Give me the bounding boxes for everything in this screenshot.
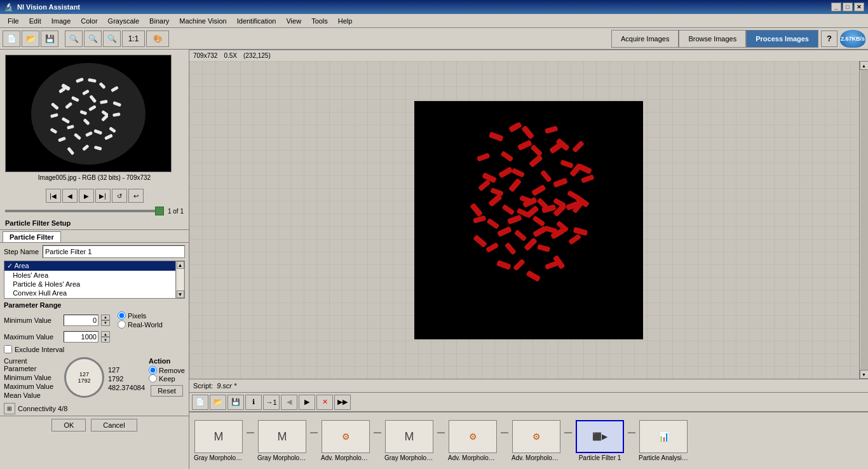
step-box-5[interactable]: ⚙ — [449, 420, 497, 453]
filter-listbox[interactable]: ✓ Area Holes' Area Particle & Holes' Are… — [4, 261, 185, 299]
window-controls: _ □ ✕ — [831, 3, 864, 11]
nav-last-button[interactable]: ▶| — [95, 189, 111, 203]
app-title: NI Vision Assistant — [17, 3, 831, 11]
action-remove-radio[interactable]: Remove — [149, 366, 185, 374]
zoom-1-button[interactable]: 1:1 — [122, 31, 145, 47]
max-value-spinner[interactable]: ▲ ▼ — [101, 331, 110, 343]
canvas-scrollbar-right[interactable]: ▲ ▼ — [859, 61, 868, 379]
list-item-convex-hull[interactable]: Convex Hull Area — [4, 289, 175, 297]
menu-item-machine vision[interactable]: Machine Vision — [174, 16, 231, 26]
menu-item-binary[interactable]: Binary — [144, 16, 174, 26]
script-step-button[interactable]: →1 — [263, 395, 280, 410]
scroll-down-arrow[interactable]: ▼ — [860, 370, 869, 379]
close-button[interactable]: ✕ — [854, 3, 864, 11]
step-gray-morph-1[interactable]: M Gray Morphology 1 — [193, 420, 244, 461]
step-box-6[interactable]: ⚙ — [512, 420, 560, 453]
menu-item-color[interactable]: Color — [76, 16, 102, 26]
step-box-1[interactable]: M — [194, 420, 243, 453]
script-save-button[interactable]: 💾 — [227, 395, 244, 410]
save-button[interactable]: 💾 — [41, 31, 58, 47]
zoom-fit-button[interactable]: 🔍 — [65, 31, 83, 47]
menu-item-edit[interactable]: Edit — [24, 16, 46, 26]
process-images-tab[interactable]: Process Images — [746, 30, 818, 48]
menubar: FileEditImageColorGrayscaleBinaryMachine… — [0, 14, 868, 28]
scroll-down-button[interactable]: ▼ — [177, 290, 184, 298]
step-adv-morph-13[interactable]: ⚙ Adv. Morphology 13 — [511, 420, 562, 461]
min-value-input[interactable] — [64, 315, 98, 326]
script-back-button[interactable]: ◀ — [281, 395, 297, 410]
nav-slider-row: 1 of 1 — [0, 205, 189, 217]
particle-filter-tab[interactable]: Particle Filter — [3, 231, 61, 242]
max-value-input[interactable] — [64, 331, 98, 343]
scroll-up-arrow[interactable]: ▲ — [860, 61, 869, 70]
menu-item-help[interactable]: Help — [333, 16, 358, 26]
ok-button[interactable]: OK — [51, 419, 86, 432]
preview-filename: Image005.jpg - RGB (32 bits) - 709x732 — [5, 174, 184, 181]
new-button[interactable]: 📄 — [3, 31, 20, 47]
list-item-particle-holes[interactable]: Particle & Holes' Area — [4, 280, 175, 289]
step-adv-morph-12[interactable]: ⚙ Adv. Morphology 12 — [320, 420, 371, 461]
step-name-input[interactable] — [43, 245, 185, 258]
script-stop-button[interactable]: ✕ — [316, 395, 333, 410]
min-value-spinner[interactable]: ▲ ▼ — [101, 315, 110, 326]
step-box-7[interactable]: ⬛▶ — [576, 420, 624, 453]
step-gray-morph-3[interactable]: M Gray Morphology 3 — [384, 420, 435, 461]
min-spin-up[interactable]: ▲ — [101, 315, 110, 320]
help-button[interactable]: ? — [821, 31, 837, 47]
nav-refresh-button[interactable]: ↺ — [112, 189, 127, 203]
max-spin-down[interactable]: ▼ — [101, 337, 110, 343]
script-label: Script: — [193, 382, 213, 390]
step-adv-morph-14[interactable]: ⚙ Adv. Morphology 14 — [447, 420, 498, 461]
minimize-button[interactable]: _ — [831, 3, 841, 11]
step-name-label: Step Name — [4, 248, 39, 255]
nav-reset-button[interactable]: ↩ — [128, 189, 144, 203]
step-box-8[interactable]: 📊 — [639, 420, 688, 453]
max-spin-up[interactable]: ▲ — [101, 331, 110, 337]
step-box-4[interactable]: M — [385, 420, 433, 453]
acquire-images-tab[interactable]: Acquire Images — [611, 30, 679, 48]
real-world-radio[interactable]: Real-World — [118, 320, 163, 329]
script-info-button[interactable]: ℹ — [245, 395, 262, 410]
nav-next-button[interactable]: ▶ — [79, 189, 94, 203]
script-forward-button[interactable]: ▶ — [299, 395, 315, 410]
reset-button[interactable]: Reset — [151, 385, 183, 397]
browse-images-tab[interactable]: Browse Images — [679, 30, 746, 48]
menu-item-identification[interactable]: Identification — [232, 16, 281, 26]
list-item-area[interactable]: ✓ Area — [4, 261, 175, 271]
color-palette-button[interactable]: 🎨 — [146, 31, 169, 47]
step-particle-filter-1[interactable]: ⬛▶ Particle Filter 1 — [574, 420, 625, 461]
page-info: 1 of 1 — [168, 208, 184, 215]
scroll-up-button[interactable]: ▲ — [177, 261, 184, 269]
zoom-in-button[interactable]: 🔍 — [84, 31, 102, 47]
open-button[interactable]: 📂 — [22, 31, 39, 47]
nav-first-button[interactable]: |◀ — [46, 189, 61, 203]
min-spin-down[interactable]: ▼ — [101, 320, 110, 326]
setup-title: Particle Filter Setup — [0, 217, 189, 230]
menu-item-tools[interactable]: Tools — [306, 16, 333, 26]
script-new-button[interactable]: 📄 — [192, 395, 208, 410]
right-area: 709x732 0.5X (232,125) — [189, 50, 868, 469]
menu-item-grayscale[interactable]: Grayscale — [103, 16, 145, 26]
step-connector-3 — [374, 432, 381, 433]
connectivity-icon[interactable]: ⊞ — [4, 403, 15, 414]
list-item-holes-area[interactable]: Holes' Area — [4, 271, 175, 280]
menu-item-view[interactable]: View — [281, 16, 306, 26]
script-run-button[interactable]: ▶▶ — [334, 395, 351, 410]
nav-slider[interactable] — [5, 207, 164, 215]
cancel-button[interactable]: Cancel — [91, 419, 137, 432]
maximize-button[interactable]: □ — [843, 3, 853, 11]
zoom-out-button[interactable]: 🔍 — [103, 31, 121, 47]
script-open-button[interactable]: 📂 — [210, 395, 226, 410]
listbox-scrollbar[interactable]: ▲ ▼ — [175, 261, 184, 298]
step-gray-morph-2[interactable]: M Gray Morphology 2 — [257, 420, 308, 461]
step-box-3[interactable]: ⚙ — [322, 420, 370, 453]
menu-item-image[interactable]: Image — [46, 16, 76, 26]
exclude-interval-checkbox[interactable] — [4, 345, 12, 353]
canvas-area[interactable]: ▲ ▼ — [189, 61, 868, 379]
step-box-2[interactable]: M — [258, 420, 306, 453]
action-keep-radio[interactable]: Keep — [149, 374, 185, 383]
step-particle-analysis-1[interactable]: 📊 Particle Analysis 1 — [638, 420, 689, 461]
menu-item-file[interactable]: File — [3, 16, 24, 26]
pixels-radio[interactable]: Pixels — [118, 311, 163, 320]
nav-prev-button[interactable]: ◀ — [62, 189, 78, 203]
